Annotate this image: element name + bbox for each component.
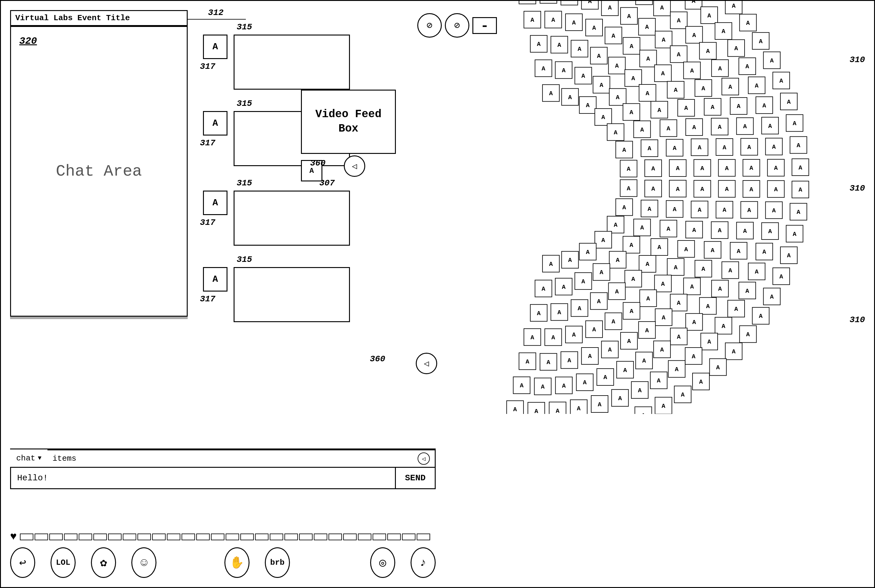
return-emoji-btn[interactable]: ↩	[10, 547, 35, 578]
ref-317-4: 317	[200, 294, 215, 304]
svg-text:A: A	[692, 319, 696, 326]
items-bar[interactable]: items ◁	[47, 449, 436, 468]
svg-text:A: A	[673, 206, 676, 213]
svg-text:A: A	[770, 57, 774, 64]
svg-text:A: A	[614, 222, 618, 228]
progress-segment	[343, 534, 357, 540]
svg-text:A: A	[723, 144, 726, 151]
video-feed-label-line2: Box	[315, 122, 382, 136]
svg-text:A: A	[568, 357, 571, 364]
svg-text:A: A	[779, 77, 783, 84]
svg-text:A: A	[711, 247, 714, 254]
svg-text:A: A	[677, 51, 681, 58]
chat-label-text: chat	[16, 454, 35, 463]
flower-emoji-btn[interactable]: ✿	[91, 547, 116, 578]
svg-text:310: 310	[849, 55, 865, 64]
smile-emoji-btn[interactable]: ☺	[131, 547, 156, 578]
svg-text:A: A	[651, 165, 655, 172]
svg-text:A: A	[734, 306, 738, 313]
svg-text:A: A	[768, 228, 772, 235]
svg-text:A: A	[552, 16, 555, 24]
svg-text:A: A	[728, 267, 732, 274]
send-button[interactable]: SEND	[396, 468, 436, 489]
svg-text:A: A	[645, 24, 649, 31]
speaker-circle-1: ◁	[344, 155, 365, 177]
svg-text:A: A	[630, 242, 633, 249]
svg-text:A: A	[732, 3, 735, 9]
avatar-4: A	[203, 267, 227, 291]
svg-text:A: A	[531, 334, 534, 341]
svg-text:A: A	[772, 207, 776, 214]
svg-text:A: A	[692, 227, 696, 234]
svg-text:A: A	[577, 405, 580, 412]
lol-emoji-btn[interactable]: LOL	[51, 547, 76, 578]
progress-segment	[255, 534, 269, 540]
svg-text:A: A	[641, 412, 645, 414]
svg-text:A: A	[615, 288, 619, 295]
svg-text:A: A	[614, 129, 618, 136]
svg-text:A: A	[526, 358, 529, 365]
items-label-text: items	[53, 454, 76, 463]
svg-text:A: A	[586, 249, 590, 256]
ref-317-3: 317	[200, 218, 215, 227]
speaker-icon-bar[interactable]: ◁	[418, 453, 430, 465]
svg-text:A: A	[770, 293, 774, 300]
svg-text:A: A	[661, 280, 665, 288]
svg-text:A: A	[684, 105, 688, 112]
svg-text:A: A	[692, 1, 695, 4]
svg-text:A: A	[622, 204, 626, 211]
svg-text:A: A	[640, 224, 644, 231]
svg-text:A: A	[651, 185, 655, 192]
svg-text:A: A	[623, 367, 627, 374]
svg-text:A: A	[759, 313, 763, 320]
svg-text:A: A	[666, 225, 670, 232]
svg-text:310: 310	[849, 183, 865, 193]
target-emoji-btn[interactable]: ◎	[370, 547, 395, 578]
progress-segment	[64, 534, 77, 540]
emoji-row: ↩ LOL ✿ ☺ ✋ brb ◎ ♪	[10, 547, 436, 578]
svg-text:A: A	[746, 63, 749, 70]
brb-emoji-btn[interactable]: brb	[265, 547, 290, 578]
svg-text:A: A	[718, 227, 722, 234]
progress-segment	[108, 534, 122, 540]
participant-panel-3: A 317 315 307	[203, 190, 350, 246]
svg-text:A: A	[718, 124, 722, 130]
svg-text:A: A	[732, 348, 735, 355]
svg-text:A: A	[681, 391, 684, 398]
svg-text:A: A	[746, 20, 750, 27]
progress-segment	[93, 534, 107, 540]
svg-rect-163	[519, 1, 536, 4]
svg-text:A: A	[747, 207, 751, 214]
event-title-text: Virtual Labs Event Title	[15, 14, 130, 22]
event-title-bar: Virtual Labs Event Title 312	[10, 10, 188, 26]
svg-text:A: A	[646, 90, 649, 97]
chat-arrow-icon: ▼	[38, 454, 41, 462]
svg-text:A: A	[556, 408, 559, 414]
svg-text:A: A	[793, 231, 796, 238]
svg-text:A: A	[798, 164, 802, 171]
music-emoji-btn[interactable]: ♪	[410, 547, 436, 578]
chat-tab[interactable]: chat ▼	[10, 449, 47, 468]
svg-text:A: A	[537, 41, 541, 48]
svg-text:A: A	[772, 144, 776, 150]
svg-text:A: A	[661, 70, 665, 77]
svg-text:A: A	[701, 85, 705, 92]
ref-360-1: 360	[310, 159, 325, 168]
chat-bottom-bar	[10, 316, 188, 319]
svg-text:A: A	[537, 310, 541, 317]
svg-text:A: A	[657, 244, 661, 251]
main-container: Virtual Labs Event Title 312 Chat Area 3…	[0, 0, 875, 588]
svg-text:A: A	[597, 52, 601, 60]
svg-text:A: A	[642, 357, 646, 364]
svg-text:A: A	[541, 285, 545, 292]
progress-segment	[387, 534, 401, 540]
amphitheater-svg: 310 310 310 AAAAAAAAAAAAAAAAAAAAAAAAAAAA…	[415, 1, 874, 414]
svg-text:A: A	[684, 246, 688, 253]
svg-text:A: A	[597, 298, 601, 305]
message-input-row: SEND	[10, 468, 436, 489]
ref-317-2: 317	[200, 138, 215, 148]
svg-text:A: A	[645, 327, 649, 334]
svg-text:A: A	[759, 38, 763, 45]
message-input[interactable]	[10, 468, 396, 489]
wave-emoji-btn[interactable]: ✋	[224, 547, 250, 578]
